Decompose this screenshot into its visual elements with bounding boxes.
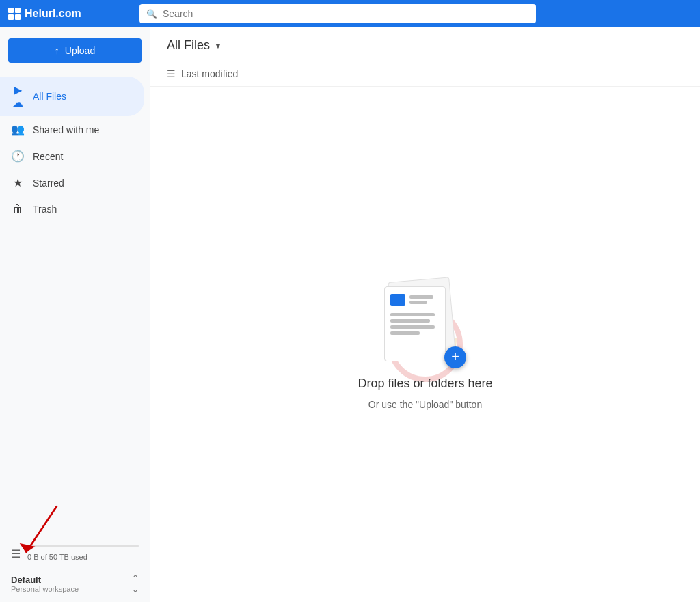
doc-line-6 (390, 331, 420, 335)
starred-icon: ★ (11, 176, 25, 189)
doc-line-5 (390, 325, 435, 329)
trash-label: Trash (33, 204, 57, 215)
doc-header-row (390, 294, 440, 306)
doc-line-1 (409, 295, 433, 299)
sidebar: ↑ Upload ▶ ☁ All Files 👥 Shared with me … (0, 27, 150, 602)
all-files-label: All Files (33, 91, 66, 102)
doc-line-4 (390, 319, 430, 323)
drop-title: Drop files or folders here (358, 377, 492, 391)
workspace-name: Default (11, 575, 79, 585)
storage-text: 0 B of 50 TB used (27, 553, 88, 561)
shared-icon: 👥 (11, 123, 25, 136)
sort-label[interactable]: Last modified (181, 68, 238, 79)
workspace-chevron[interactable]: ⌃ ⌃ (132, 573, 139, 594)
search-bar[interactable]: 🔍 (139, 4, 536, 23)
doc-line-3 (390, 313, 435, 316)
storage-icon: ☰ (11, 547, 21, 560)
doc-body-lines (390, 313, 440, 335)
shared-label: Shared with me (33, 124, 99, 135)
workspace-section: Default Personal workspace ⌃ ⌃ (11, 568, 139, 594)
upload-button[interactable]: ↑ Upload (8, 38, 142, 63)
search-icon: 🔍 (146, 9, 157, 19)
chevron-up-icon: ⌃ (132, 573, 139, 583)
logo: Helurl.com (8, 8, 131, 20)
storage-info: ☰ 0 B of 50 TB used (11, 545, 139, 562)
workspace-info: Default Personal workspace (11, 575, 79, 593)
upload-icon: ↑ (55, 45, 59, 56)
content-main: WP BAI (150, 87, 700, 602)
content-area: All Files ▼ ☰ Last modified WP BAI (150, 27, 700, 602)
doc-blue-rect (390, 294, 405, 306)
logo-text: Helurl.com (25, 8, 81, 20)
content-header: All Files ▼ (150, 27, 700, 61)
plus-button: + (444, 346, 466, 368)
drop-subtitle: Or use the "Upload" button (368, 399, 482, 410)
main-layout: ↑ Upload ▶ ☁ All Files 👥 Shared with me … (0, 27, 700, 602)
search-input[interactable] (163, 8, 529, 19)
recent-label: Recent (33, 151, 63, 162)
starred-label: Starred (33, 178, 64, 189)
chevron-down-icon: ⌃ (132, 584, 139, 594)
storage-bar (27, 545, 139, 547)
upload-label: Upload (65, 45, 95, 56)
trash-icon: 🗑 (11, 203, 25, 215)
sidebar-footer: ☰ 0 B of 50 TB used Default Personal wor… (0, 536, 150, 602)
sidebar-item-all-files[interactable]: ▶ ☁ All Files (0, 77, 144, 116)
doc-front (384, 286, 446, 361)
recent-icon: 🕐 (11, 150, 25, 163)
drop-zone[interactable]: + Drop files or folders here Or use the … (358, 279, 492, 410)
sidebar-item-starred[interactable]: ★ Starred (0, 169, 144, 196)
sort-icon[interactable]: ☰ (167, 68, 176, 79)
sidebar-item-recent[interactable]: 🕐 Recent (0, 143, 144, 169)
sidebar-item-shared[interactable]: 👥 Shared with me (0, 116, 144, 143)
file-illustration: + (384, 279, 466, 368)
storage-bar-container: 0 B of 50 TB used (27, 545, 139, 562)
title-dropdown-icon[interactable]: ▼ (214, 41, 222, 51)
page-title: All Files (167, 38, 210, 53)
all-files-icon: ▶ ☁ (11, 83, 25, 109)
doc-lines (409, 295, 440, 304)
sort-bar: ☰ Last modified (150, 61, 700, 87)
doc-line-2 (409, 301, 427, 304)
sidebar-nav: ▶ ☁ All Files 👥 Shared with me 🕐 Recent … (0, 71, 150, 536)
logo-grid-icon (8, 8, 21, 20)
workspace-subtitle: Personal workspace (11, 585, 79, 593)
sidebar-item-trash[interactable]: 🗑 Trash (0, 196, 144, 222)
upload-section: ↑ Upload (8, 38, 142, 63)
app-header: Helurl.com 🔍 (0, 0, 700, 27)
